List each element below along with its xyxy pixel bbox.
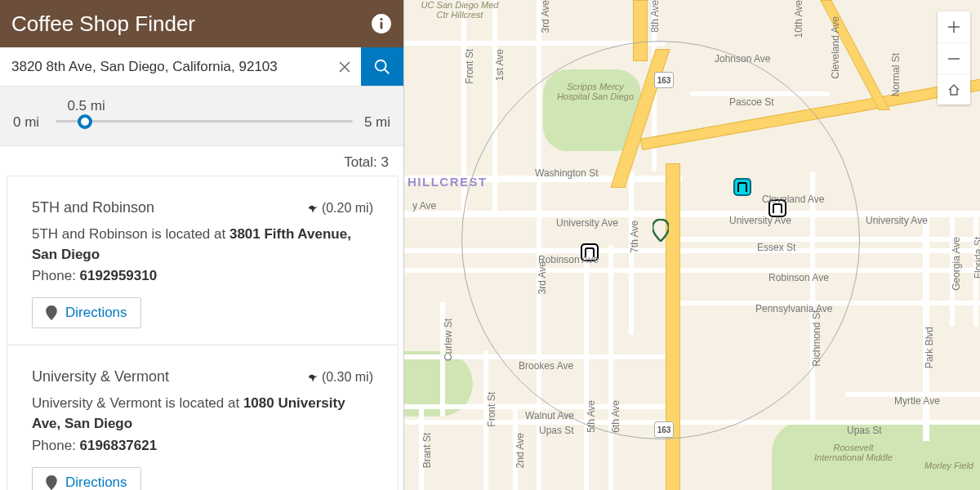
street-label: 7th Ave xyxy=(629,220,640,253)
app-header: Coffee Shop Finder xyxy=(0,0,403,47)
clear-search-button[interactable] xyxy=(328,47,361,86)
bird-icon xyxy=(307,203,318,214)
results-total: Total: 3 xyxy=(0,146,403,176)
info-icon[interactable] xyxy=(371,13,392,34)
neighborhood-label: HILLCREST xyxy=(408,175,488,189)
map-poi-label: Morley Field xyxy=(908,461,980,470)
result-title: 5TH and Robinson xyxy=(32,199,154,216)
street-label: 8th Ave xyxy=(649,0,661,33)
pin-icon xyxy=(46,475,57,490)
slider-max-label: 5 mi xyxy=(353,114,390,131)
street-label: 6th Ave xyxy=(610,400,621,433)
street-label: University Ave xyxy=(866,215,928,226)
map-poi-label: UC San Diego Med Ctr Hillcrest xyxy=(419,0,501,20)
result-address: 5TH and Robinson is located at 3801 Fift… xyxy=(32,225,373,265)
app-title: Coffee Shop Finder xyxy=(11,11,195,37)
result-address: University & Vermont is located at 1080 … xyxy=(32,394,373,434)
street-label: Essex St xyxy=(757,242,795,253)
radius-slider-zone: 0 mi 0.5 mi 5 mi xyxy=(0,87,403,146)
search-row xyxy=(0,47,403,87)
street-label: 10th Ave xyxy=(793,0,804,38)
street-label: Johnson Ave xyxy=(715,53,771,65)
street-label: Richmond St xyxy=(811,310,822,367)
radius-slider[interactable]: 0.5 mi xyxy=(56,98,353,131)
street-label: Cleveland Ave xyxy=(830,16,841,79)
zoom-out-button[interactable] xyxy=(938,42,970,74)
street-label: Cleveland Ave xyxy=(762,194,825,205)
route-shield: 163 xyxy=(654,421,674,438)
map-poi-coffee-selected[interactable] xyxy=(733,178,751,196)
result-card[interactable]: 5TH and Robinson (0.20 mi) 5TH and Robin… xyxy=(7,176,399,345)
result-distance: (0.30 mi) xyxy=(307,370,373,385)
street-label: y Ave xyxy=(412,200,436,212)
results-list[interactable]: 5TH and Robinson (0.20 mi) 5TH and Robin… xyxy=(0,176,403,490)
slider-min-label: 0 mi xyxy=(13,114,56,131)
side-panel: Coffee Shop Finder 0 mi 0.5 mi 5 mi Tota… xyxy=(0,0,404,490)
street-label: Normal St xyxy=(890,53,902,96)
street-label: Park Blvd xyxy=(924,327,935,368)
result-phone: Phone: 6192959310 xyxy=(32,268,373,284)
bird-icon xyxy=(307,372,318,383)
zoom-in-button[interactable] xyxy=(938,11,970,42)
route-shield: 163 xyxy=(654,72,674,88)
street-label: University Ave xyxy=(556,217,618,229)
street-label: 5th Ave xyxy=(586,400,597,433)
result-title: University & Vermont xyxy=(32,368,169,385)
map-canvas[interactable]: 163 163 HILLCREST Washington StUniversit… xyxy=(404,0,980,490)
street-label: Brookes Ave xyxy=(519,360,573,372)
street-label: Front St xyxy=(464,49,475,84)
slider-thumb[interactable] xyxy=(78,114,92,129)
street-label: Brant St xyxy=(421,433,433,468)
svg-point-1 xyxy=(380,18,382,20)
home-extent-button[interactable] xyxy=(938,74,970,105)
street-label: Robinson Ave xyxy=(768,272,829,283)
plus-icon xyxy=(947,20,961,34)
result-distance: (0.20 mi) xyxy=(307,201,373,216)
svg-point-4 xyxy=(50,310,54,314)
street-label: Curlew St xyxy=(443,318,454,361)
map-poi-label: Scripps Mercy Hospital San Diego xyxy=(555,82,636,101)
street-label: Pascoe St xyxy=(729,96,774,108)
slider-track xyxy=(56,120,353,122)
minus-icon xyxy=(947,51,961,66)
street-label: Georgia Ave xyxy=(951,237,962,291)
result-card[interactable]: University & Vermont (0.30 mi) Universit… xyxy=(7,345,399,490)
map-controls xyxy=(938,11,970,105)
svg-point-3 xyxy=(376,60,386,70)
directions-button[interactable]: Directions xyxy=(32,467,141,490)
street-label: Upas St xyxy=(847,425,882,436)
directions-button[interactable]: Directions xyxy=(32,297,141,328)
map-poi-label: Roosevelt International Middle xyxy=(813,443,894,462)
street-label: University Ave xyxy=(729,215,791,226)
street-label: 3rd Ave xyxy=(537,261,548,294)
svg-rect-2 xyxy=(381,22,383,29)
street-label: Myrtle Ave xyxy=(894,395,940,407)
result-phone: Phone: 6196837621 xyxy=(32,438,373,454)
home-icon xyxy=(947,82,961,97)
slider-value-label: 0.5 mi xyxy=(67,98,105,114)
street-label: Florida St xyxy=(973,237,980,278)
pin-icon xyxy=(46,305,57,320)
search-icon xyxy=(373,58,391,76)
svg-point-5 xyxy=(50,479,54,483)
search-center-pin xyxy=(653,219,669,242)
street-label: Washington St xyxy=(535,167,599,179)
street-label: Upas St xyxy=(539,425,574,436)
street-label: 3rd Ave xyxy=(540,0,551,33)
street-label: 2nd Ave xyxy=(514,433,526,468)
search-input[interactable] xyxy=(0,47,328,86)
search-button[interactable] xyxy=(361,47,403,86)
street-label: 1st Ave xyxy=(494,49,506,81)
street-label: Front St xyxy=(486,392,497,427)
street-label: Walnut Ave xyxy=(525,410,574,421)
